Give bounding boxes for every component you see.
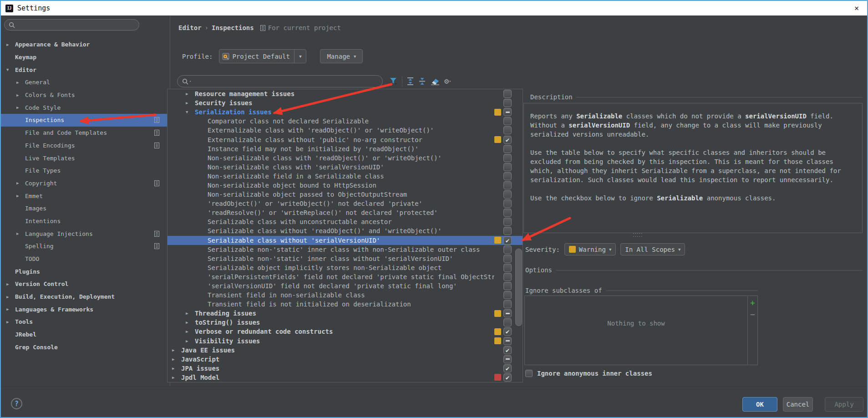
add-icon[interactable]: + (750, 300, 755, 306)
chevron-right-icon[interactable]: ▶ (172, 375, 181, 380)
inspection-checkbox[interactable] (503, 209, 512, 217)
chevron-down-icon[interactable]: ▼ (186, 110, 195, 114)
profile-select[interactable]: Project Default ▼ (219, 49, 306, 63)
splitter-handle[interactable]: ⁚⁚⁚⁚⁚ (633, 232, 643, 238)
chevron-right-icon[interactable]: ▶ (16, 80, 25, 85)
search-history-caret-icon[interactable]: ▾ (189, 80, 191, 83)
sidebar-item-languages-frameworks[interactable]: ▶Languages & Frameworks (1, 303, 169, 316)
remove-icon[interactable]: − (750, 312, 755, 317)
chevron-right-icon[interactable]: ▶ (16, 105, 25, 110)
sidebar-item-appearance-behavior[interactable]: ▶Appearance & Behavior (1, 38, 169, 51)
inspection-row-tostring-issues[interactable]: ▶toString() issues (168, 318, 523, 327)
inspection-checkbox[interactable] (503, 337, 512, 345)
cancel-button[interactable]: Cancel (783, 397, 813, 412)
chevron-right-icon[interactable]: ▶ (6, 295, 15, 299)
inspection-row-serializable-non-static-inner-class-with[interactable]: Serializable non-'static' inner class wi… (168, 254, 523, 263)
sidebar-item-editor[interactable]: ▼Editor (1, 63, 169, 76)
inspection-row-non-serializable-object-bound-to-httpses[interactable]: Non-serializable object bound to HttpSes… (168, 181, 523, 190)
apply-button[interactable]: Apply (825, 397, 863, 412)
inspection-checkbox[interactable] (503, 136, 512, 144)
sidebar-item-jrebel[interactable]: JRebel (1, 328, 169, 341)
inspection-checkbox[interactable] (503, 172, 512, 180)
inspection-row-readobject-or-writeobject-not-declared-p[interactable]: 'readObject()' or 'writeObject()' not de… (168, 199, 523, 208)
chevron-right-icon[interactable]: ▶ (6, 307, 15, 311)
sidebar-item-live-templates[interactable]: Live Templates (1, 152, 169, 164)
sidebar-item-inspections[interactable]: Inspections (1, 114, 169, 127)
inspection-checkbox[interactable] (503, 145, 512, 153)
chevron-down-icon[interactable]: ▼ (6, 67, 15, 72)
sidebar-item-images[interactable]: Images (1, 202, 169, 215)
inspection-checkbox[interactable] (503, 346, 512, 354)
help-button[interactable]: ? (11, 398, 22, 409)
sidebar-item-copyright[interactable]: ▶Copyright (1, 177, 169, 190)
chevron-right-icon[interactable]: ▶ (186, 101, 195, 105)
inspection-checkbox[interactable] (503, 99, 512, 107)
chevron-right-icon[interactable]: ▶ (186, 320, 195, 325)
sidebar-item-todo[interactable]: TODO (1, 253, 169, 265)
chevron-right-icon[interactable]: ▶ (172, 348, 181, 352)
sidebar-item-file-types[interactable]: File Types (1, 164, 169, 177)
sidebar-item-language-injections[interactable]: ▶Language Injections (1, 227, 169, 240)
inspection-row-serializable-class-without-readobject-an[interactable]: Serializable class without 'readObject()… (168, 226, 523, 235)
inspection-row-jpa-issues[interactable]: ▶JPA issues (168, 364, 523, 373)
inspection-checkbox[interactable] (503, 318, 512, 326)
chevron-right-icon[interactable]: ▶ (6, 282, 15, 286)
inspection-checkbox[interactable] (503, 117, 512, 125)
sidebar-item-emmet[interactable]: ▶Emmet (1, 189, 169, 202)
sidebar-item-file-and-code-templates[interactable]: File and Code Templates (1, 127, 169, 139)
chevron-right-icon[interactable]: ▶ (172, 366, 181, 371)
inspection-row-non-serializable-class-with-readobject-o[interactable]: Non-serializable class with 'readObject(… (168, 153, 523, 163)
ok-button[interactable]: OK (742, 397, 777, 412)
severity-select[interactable]: Warning ▼ (564, 243, 616, 255)
inspection-row-visibility-issues[interactable]: ▶Visibility issues (168, 336, 523, 346)
sidebar-item-keymap[interactable]: Keymap (1, 51, 169, 64)
inspection-row-comparator-class-not-declared-serializab[interactable]: Comparator class not declared Serializab… (168, 117, 523, 126)
inspection-row-readresolve-or-writereplace-not-declared[interactable]: 'readResolve()' or 'writeReplace()' not … (168, 208, 523, 217)
inspection-checkbox[interactable] (503, 190, 512, 199)
inspection-row-javascript[interactable]: ▶JavaScript (168, 355, 523, 364)
chevron-down-icon[interactable]: ▼ (294, 50, 306, 63)
inspection-checkbox[interactable] (503, 364, 512, 372)
chevron-right-icon[interactable]: ▶ (186, 329, 195, 334)
chevron-right-icon[interactable]: ▶ (186, 92, 195, 96)
inspection-row-non-serializable-field-in-a-serializable[interactable]: Non-serializable field in a Serializable… (168, 172, 523, 181)
inspection-row-transient-field-is-not-initialized-on-de[interactable]: Transient field is not initialized on de… (168, 300, 523, 309)
inspection-row-non-serializable-class-with-serialversio[interactable]: Non-serializable class with 'serialVersi… (168, 163, 523, 172)
close-icon[interactable]: ✕ (851, 4, 863, 13)
inspection-checkbox[interactable] (503, 373, 512, 382)
sidebar-item-version-control[interactable]: ▶Version Control (1, 278, 169, 291)
expand-all-icon[interactable] (406, 77, 414, 86)
inspections-search-input[interactable]: ▾ (177, 75, 383, 87)
ignore-anonymous-checkbox[interactable] (525, 370, 533, 377)
sidebar-item-grep-console[interactable]: Grep Console (1, 341, 169, 354)
inspection-checkbox[interactable] (503, 163, 512, 171)
inspection-checkbox[interactable] (503, 199, 512, 208)
sidebar-item-plugins[interactable]: Plugins (1, 265, 169, 278)
chevron-right-icon[interactable]: ▶ (16, 93, 25, 97)
scope-select[interactable]: In All Scopes ▼ (620, 243, 685, 255)
inspection-checkbox[interactable] (503, 227, 512, 235)
inspection-row-serializable-class-with-unconstructable-[interactable]: Serializable class with unconstructable … (168, 217, 523, 226)
inspection-checkbox[interactable] (503, 154, 512, 162)
reset-results-eraser-icon[interactable] (430, 77, 440, 86)
breadcrumb-editor[interactable]: Editor (178, 24, 202, 31)
inspection-row-jpdl-model[interactable]: ▶Jpdl Model (168, 373, 523, 382)
sidebar-item-intentions[interactable]: Intentions (1, 215, 169, 228)
sidebar-item-build-execution-deployment[interactable]: ▶Build, Execution, Deployment (1, 291, 169, 303)
sidebar-search-input[interactable] (4, 19, 139, 31)
ignore-subclasses-list[interactable]: Nothing to show + − (524, 296, 758, 365)
inspection-checkbox[interactable] (503, 108, 512, 116)
chevron-right-icon[interactable]: ▶ (16, 194, 25, 198)
inspection-row-serialversionuid-field-not-declared-priv[interactable]: 'serialVersionUID' field not declared 'p… (168, 281, 523, 291)
chevron-right-icon[interactable]: ▶ (6, 320, 15, 324)
chevron-right-icon[interactable]: ▶ (16, 181, 25, 185)
inspection-checkbox[interactable] (503, 355, 512, 363)
vertical-scrollbar[interactable] (515, 249, 522, 326)
inspection-checkbox[interactable] (503, 236, 512, 245)
inspection-row-serialization-issues[interactable]: ▼Serialization issues (168, 107, 523, 117)
chevron-right-icon[interactable]: ▶ (186, 311, 195, 316)
collapse-all-icon[interactable] (418, 77, 426, 86)
inspection-checkbox[interactable] (503, 282, 512, 290)
inspection-row-non-serializable-object-passed-to-object[interactable]: Non-serializable object passed to Object… (168, 190, 523, 199)
chevron-right-icon[interactable]: ▶ (186, 339, 195, 343)
